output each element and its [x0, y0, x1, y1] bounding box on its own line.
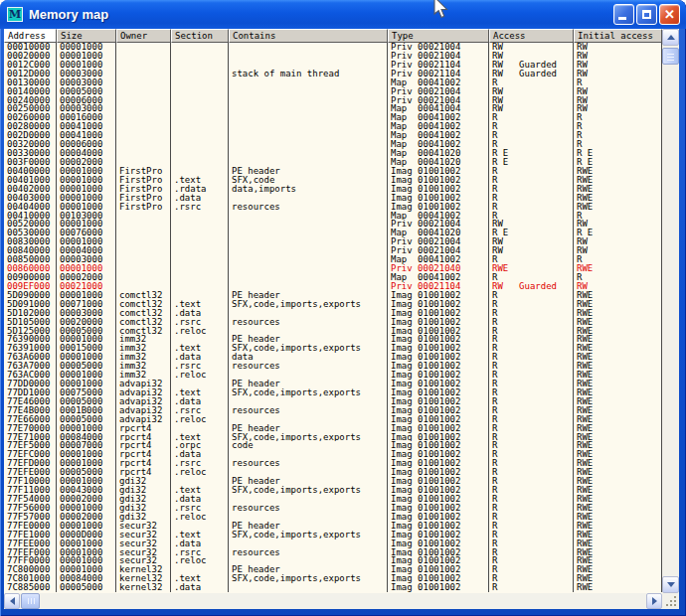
table-row[interactable]: 7639000000001000imm32PE headerImag 01001… — [4, 335, 662, 344]
table-row[interactable]: 003F000000002000Map 00041020R ER E — [4, 158, 662, 167]
cell-section — [171, 246, 229, 255]
cell-initial: RWE — [574, 565, 662, 574]
horizontal-scroll-thumb[interactable] — [21, 593, 40, 609]
scroll-down-button[interactable] — [662, 576, 679, 593]
table-row[interactable]: 5D09000000001000comctl32PE headerImag 01… — [4, 291, 662, 300]
arrow-right-icon — [652, 597, 657, 605]
cell-address: 77F10000 — [4, 477, 57, 486]
table-row[interactable]: 009EF00000021000Priv 00021104RW GuardedR… — [4, 282, 662, 291]
table-row[interactable]: 7639100000015000imm32.textSFX,code,impor… — [4, 344, 662, 353]
title-bar[interactable]: M Memory map ✕ — [0, 0, 686, 29]
table-row[interactable]: 77E7000000001000rpcrt4PE headerImag 0100… — [4, 424, 662, 433]
vertical-scrollbar[interactable] — [662, 29, 679, 593]
table-row[interactable]: 0086000000001000Priv 00021040RWERWE — [4, 264, 662, 273]
table-row[interactable]: 77FEE00000001000secur32.dataImag 0100100… — [4, 539, 662, 548]
table-row[interactable]: 7C80000000001000kernel32PE headerImag 01… — [4, 565, 662, 574]
column-header-type[interactable]: Type — [388, 29, 489, 43]
table-row[interactable]: 77E4600000005000advapi32.dataImag 010010… — [4, 397, 662, 406]
table-row[interactable]: 7C88500000005000kernel32.dataImag 010010… — [4, 583, 662, 592]
column-header-address[interactable]: Address — [4, 29, 57, 43]
table-row[interactable]: 0041000000103000Map 00041002RR — [4, 212, 662, 221]
table-row[interactable]: 77F5400000002000gdi32.dataImag 01001002R… — [4, 495, 662, 504]
table-row[interactable]: 77E7100000084000rpcrt4.textSFX,code,impo… — [4, 433, 662, 442]
table-row[interactable]: 0001000000001000Priv 00021004RWRW — [4, 43, 662, 52]
table-row[interactable]: 0083000000001000Priv 00021004RWRW — [4, 237, 662, 246]
table-row[interactable]: 0052000000001000Priv 00021004RWRW — [4, 220, 662, 229]
cell-owner: gdi32 — [116, 504, 171, 513]
table-row[interactable]: 0090000000002000Map 00041002RR — [4, 273, 662, 282]
cell-size: 00003000 — [57, 255, 116, 264]
table-row[interactable]: 763A700000005000imm32.rsrcresourcesImag … — [4, 362, 662, 371]
table-row[interactable]: 0012D00000003000stack of main threadPriv… — [4, 70, 662, 78]
table-row[interactable]: 0040300000001000FirstPro.dataImag 010010… — [4, 194, 662, 203]
table-row[interactable]: 5D12500000005000comctl32.relocImag 01001… — [4, 327, 662, 336]
cell-access: R — [489, 318, 574, 327]
scroll-up-button[interactable] — [662, 29, 679, 46]
cell-address: 002D0000 — [4, 131, 57, 140]
table-row[interactable]: 77EFC00000001000rpcrt4.dataImag 01001002… — [4, 450, 662, 459]
table-row[interactable]: 77FE000000001000secur32PE headerImag 010… — [4, 522, 662, 531]
horizontal-scrollbar[interactable] — [4, 593, 662, 609]
close-button[interactable]: ✕ — [659, 4, 680, 25]
table-row[interactable]: 77EFE00000005000rpcrt4.relocImag 0100100… — [4, 468, 662, 477]
table-row[interactable]: 0012C00000001000Priv 00021104RW GuardedR… — [4, 61, 662, 70]
table-row[interactable]: 0040200000001000FirstPro.rdatadata,impor… — [4, 185, 662, 194]
table-row[interactable]: 77DD100000075000advapi32.textSFX,code,im… — [4, 388, 662, 397]
column-header-section[interactable]: Section — [171, 29, 229, 43]
resize-grip-icon[interactable] — [674, 604, 676, 606]
table-row[interactable]: 0028000000041000Map 00041002RR — [4, 122, 662, 131]
table-row[interactable]: 0085000000003000Map 00041002RR — [4, 255, 662, 264]
scroll-right-button[interactable] — [646, 593, 662, 609]
table-row[interactable]: 002D000000041000Map 00041002RR — [4, 131, 662, 140]
table-row[interactable]: 0025000000003000Map 00041004RWRW — [4, 104, 662, 113]
table-row[interactable]: 0040100000001000FirstPro.textSFX,codeIma… — [4, 176, 662, 185]
table-row[interactable]: 0032000000006000Map 00041002RR — [4, 140, 662, 149]
table-row[interactable]: 763A600000001000imm32.datadataImag 01001… — [4, 353, 662, 362]
cell-address: 77FEE000 — [4, 539, 57, 548]
cell-type: Imag 01001002 — [388, 548, 489, 557]
table-row[interactable]: 77F5700000002000gdi32.relocImag 01001002… — [4, 513, 662, 522]
table-row[interactable]: 77F1000000001000gdi32PE headerImag 01001… — [4, 477, 662, 486]
cell-section — [171, 237, 229, 246]
minimize-button[interactable] — [613, 4, 634, 25]
column-header-size[interactable]: Size — [57, 29, 116, 43]
maximize-button[interactable] — [636, 4, 657, 25]
table-row[interactable]: 5D09100000071000comctl32.textSFX,code,im… — [4, 300, 662, 309]
table-row[interactable]: 763AC00000001000imm32.relocImag 01001002… — [4, 371, 662, 380]
table-row[interactable]: 77FEF00000001000secur32.rsrcresourcesIma… — [4, 548, 662, 557]
table-row[interactable]: 0053000000076000Map 00041020R ER E — [4, 229, 662, 237]
table-row[interactable]: 77F5600000001000gdi32.rsrcresourcesImag … — [4, 504, 662, 513]
table-row[interactable]: 0014000000005000Priv 00021004RWRW — [4, 87, 662, 96]
table-row[interactable]: 0033000000004000Map 00041020R ER E — [4, 149, 662, 158]
table-row[interactable]: 77FF000000001000secur32.relocImag 010010… — [4, 556, 662, 565]
cell-owner — [116, 122, 171, 131]
table-row[interactable]: 7C80100000084000kernel32.textSFX,code,im… — [4, 574, 662, 583]
cell-type: Imag 01001002 — [388, 327, 489, 336]
table-row[interactable]: 77E4B0000001B000advapi32.rsrcresourcesIm… — [4, 406, 662, 415]
memory-map-table[interactable]: 0001000000001000Priv 00021004RWRW0002000… — [4, 43, 662, 593]
column-header-owner[interactable]: Owner — [116, 29, 171, 43]
column-header-initial[interactable]: Initial access — [574, 29, 662, 43]
table-row[interactable]: 77DD000000001000advapi32PE headerImag 01… — [4, 380, 662, 388]
scroll-left-button[interactable] — [4, 593, 20, 609]
table-row[interactable]: 0024000000006000Priv 00021004RWRW — [4, 96, 662, 105]
table-row[interactable]: 77E6600000005000advapi32.relocImag 01001… — [4, 415, 662, 424]
table-row[interactable]: 5D10500000020000comctl32.rsrcresourcesIm… — [4, 318, 662, 327]
table-row[interactable]: 0002000000001000Priv 00021004RWRW — [4, 52, 662, 61]
table-row[interactable]: 77FE10000000D000secur32.textSFX,code,imp… — [4, 531, 662, 539]
table-row[interactable]: 77EF500000007000rpcrt4.orpccodeImag 0100… — [4, 441, 662, 450]
table-row[interactable]: 0040400000001000FirstPro.rsrcresourcesIm… — [4, 203, 662, 212]
cell-address: 00020000 — [4, 52, 57, 61]
cell-section: .data — [171, 583, 229, 592]
table-row[interactable]: 0026000000016000Map 00041002RR — [4, 113, 662, 122]
vertical-scroll-thumb[interactable] — [662, 48, 679, 65]
table-row[interactable]: 0013000000003000Map 00041002RR — [4, 78, 662, 87]
table-row[interactable]: 77F1100000043000gdi32.textSFX,code,impor… — [4, 486, 662, 495]
table-row[interactable]: 0040000000001000FirstProPE headerImag 01… — [4, 167, 662, 176]
column-header-access[interactable]: Access — [489, 29, 574, 43]
table-row[interactable]: 77EFD00000001000rpcrt4.rsrcresourcesImag… — [4, 459, 662, 468]
cell-type: Imag 01001002 — [388, 531, 489, 539]
table-row[interactable]: 5D10200000003000comctl32.dataImag 010010… — [4, 309, 662, 318]
table-row[interactable]: 0084000000004000Priv 00021004RWRW — [4, 246, 662, 255]
column-header-contains[interactable]: Contains — [229, 29, 388, 43]
